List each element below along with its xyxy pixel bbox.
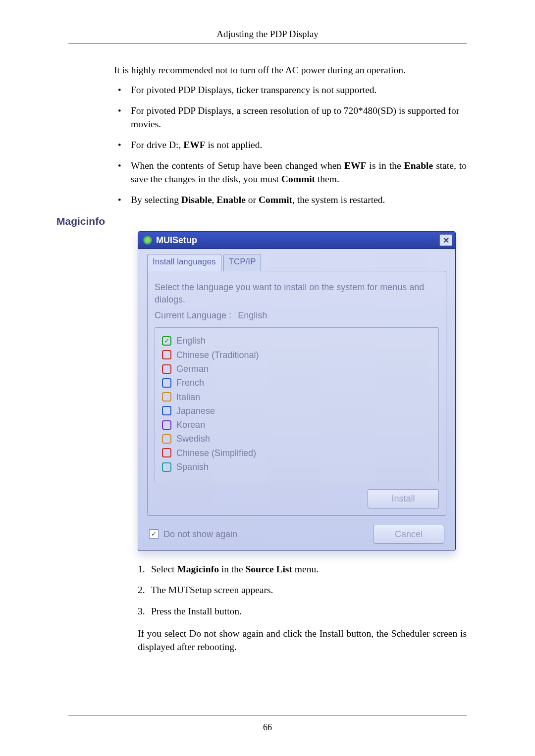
checkbox-icon[interactable] xyxy=(162,434,171,444)
language-label: English xyxy=(176,335,206,347)
text: , the system is restarted. xyxy=(292,195,385,205)
step-item: 2. The MUTSetup screen appears. xyxy=(138,584,467,597)
language-item-japanese[interactable]: Japanese xyxy=(162,405,431,417)
checkbox-icon[interactable] xyxy=(162,350,171,359)
language-item-english[interactable]: ✓English xyxy=(162,335,431,347)
muisetup-dialog: MUISetup ✕ Install languages TCP/IP Sele… xyxy=(138,231,456,551)
language-item-chinese-traditional[interactable]: Chinese (Traditional) xyxy=(162,349,431,361)
text-bold: Enable xyxy=(216,195,246,205)
header-rule xyxy=(68,44,467,44)
checkbox-icon[interactable] xyxy=(162,420,171,430)
checkbox-icon[interactable] xyxy=(162,448,171,457)
text-bold: Source List xyxy=(246,564,292,574)
language-item-korean[interactable]: Korean xyxy=(162,419,431,431)
running-header: Adjusting the PDP Display xyxy=(68,28,467,44)
text-bold: Disable xyxy=(181,195,212,205)
tab-panel: Select the language you want to install … xyxy=(147,271,446,515)
text-bold: Commit xyxy=(259,195,292,205)
checkbox-icon[interactable] xyxy=(162,392,171,402)
bullet-item: For pivoted PDP Displays, a screen resol… xyxy=(114,104,467,131)
language-item-swedish[interactable]: Swedish xyxy=(162,433,431,445)
checkbox-icon[interactable] xyxy=(162,462,171,472)
step-number: 2. xyxy=(138,584,149,597)
text: menu. xyxy=(292,564,319,574)
checkbox-icon[interactable] xyxy=(162,378,171,388)
language-label: Swedish xyxy=(176,433,210,445)
language-label: French xyxy=(176,377,204,389)
titlebar: MUISetup ✕ xyxy=(138,232,455,249)
text: , xyxy=(212,195,217,205)
tab-tcpip[interactable]: TCP/IP xyxy=(223,254,262,271)
text-bold: EWF xyxy=(344,160,366,171)
section-heading-magicinfo: Magicinfo xyxy=(56,214,467,228)
step-item: 1. Select Magicinfo in the Source List m… xyxy=(138,563,467,576)
current-language-value: English xyxy=(238,310,267,320)
language-label: Spanish xyxy=(176,461,209,473)
app-icon xyxy=(143,236,152,245)
trailing-paragraph: If you select Do not show again and clic… xyxy=(138,627,467,654)
window-title: MUISetup xyxy=(156,234,439,246)
text-bold: Magicinfo xyxy=(177,564,218,574)
language-label: Chinese (Simplified) xyxy=(176,447,256,459)
bullet-list: For pivoted PDP Displays, ticker transpa… xyxy=(114,84,467,206)
dialog-footer: ✓ Do not show again Cancel xyxy=(147,525,446,544)
language-list: ✓English Chinese (Traditional) German Fr… xyxy=(155,327,439,482)
bullet-item: For drive D:, EWF is not applied. xyxy=(114,139,467,151)
close-button[interactable]: ✕ xyxy=(439,234,452,246)
text: is in the xyxy=(367,160,404,171)
language-label: Italian xyxy=(176,391,200,403)
language-label: Japanese xyxy=(176,405,215,417)
text: is not applied. xyxy=(206,140,263,150)
language-label: Chinese (Traditional) xyxy=(176,349,259,361)
install-button[interactable]: Install xyxy=(368,489,439,508)
intro-paragraph: It is highly recommended not to turn off… xyxy=(114,64,467,77)
language-item-spanish[interactable]: Spanish xyxy=(162,461,431,473)
current-language-label: Current Language : xyxy=(155,310,231,320)
step-number: 1. xyxy=(138,563,149,576)
text-bold: Enable xyxy=(404,160,433,171)
checkbox-icon[interactable] xyxy=(162,364,171,374)
checkbox-icon[interactable]: ✓ xyxy=(162,336,171,346)
text: For drive D:, xyxy=(131,140,183,150)
cancel-button[interactable]: Cancel xyxy=(373,525,444,544)
dont-show-checkbox[interactable]: ✓ xyxy=(149,529,159,539)
dont-show-label: Do not show again xyxy=(163,528,237,540)
checkbox-icon[interactable] xyxy=(162,406,171,415)
text: The MUTSetup screen appears. xyxy=(151,585,273,595)
text: or xyxy=(246,195,259,205)
text-bold: Commit xyxy=(281,174,315,184)
language-item-german[interactable]: German xyxy=(162,363,431,375)
language-item-french[interactable]: French xyxy=(162,377,431,389)
bullet-item: For pivoted PDP Displays, ticker transpa… xyxy=(114,84,467,97)
bullet-item: When the contents of Setup have been cha… xyxy=(114,159,467,186)
text-bold: EWF xyxy=(183,140,205,150)
tab-strip: Install languages TCP/IP xyxy=(147,254,446,271)
footer-rule xyxy=(68,715,467,715)
text: By selecting xyxy=(131,195,181,205)
tab-install-languages[interactable]: Install languages xyxy=(147,254,221,271)
text: Press the Install button. xyxy=(151,606,242,616)
text: in the xyxy=(219,564,246,574)
language-label: Korean xyxy=(176,419,205,431)
current-language-row: Current Language : English xyxy=(155,309,439,321)
page-number: 66 xyxy=(0,721,535,733)
step-item: 3. Press the Install button. xyxy=(138,605,467,618)
text: them. xyxy=(315,174,339,184)
numbered-steps: 1. Select Magicinfo in the Source List m… xyxy=(138,563,467,618)
language-item-chinese-simplified[interactable]: Chinese (Simplified) xyxy=(162,447,431,459)
text: Select xyxy=(151,564,177,574)
dialog-body: Install languages TCP/IP Select the lang… xyxy=(138,249,455,550)
language-item-italian[interactable]: Italian xyxy=(162,391,431,403)
language-label: German xyxy=(176,363,209,375)
prompt-text: Select the language you want to install … xyxy=(155,281,439,305)
text: When the contents of Setup have been cha… xyxy=(131,160,344,171)
step-number: 3. xyxy=(138,605,149,618)
bullet-item: By selecting Disable, Enable or Commit, … xyxy=(114,194,467,206)
